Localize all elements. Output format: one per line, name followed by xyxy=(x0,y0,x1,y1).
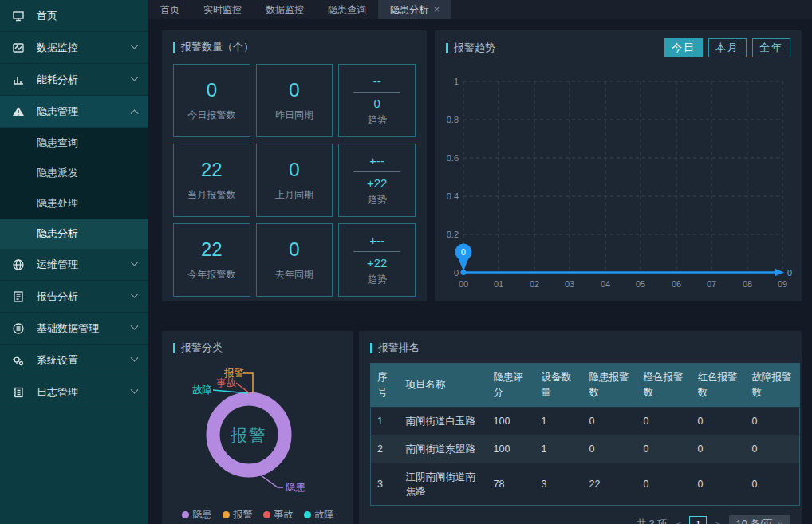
legend-item-alarm[interactable]: 报警 xyxy=(223,508,253,522)
legend-item-accident[interactable]: 事故 xyxy=(263,508,294,522)
page-size-select[interactable]: 10 条/页 ∨ xyxy=(729,515,790,524)
submenu-item-label: 隐患查询 xyxy=(37,136,78,150)
cell-fault-alarms: 0 xyxy=(746,435,800,463)
sidebar-item-label: 隐患管理 xyxy=(37,104,78,119)
trend-series-line xyxy=(461,269,785,277)
svg-text:0.2: 0.2 xyxy=(447,230,459,239)
svg-text:09: 09 xyxy=(778,279,787,289)
submenu-item-hazard-handle[interactable]: 隐患处理 xyxy=(0,188,148,219)
hazard-submenu: 隐患查询 隐患派发 隐患处理 隐患分析 xyxy=(0,128,148,249)
classification-donut-chart: 报警 事故 故障 隐患 报警 xyxy=(162,352,353,503)
range-button-month[interactable]: 本月 xyxy=(708,38,747,57)
column-header-devices: 设备数量 xyxy=(535,364,583,408)
cell-score: 100 xyxy=(487,435,535,463)
svg-text:02: 02 xyxy=(530,279,539,289)
chart-legend: 隐患 报警 事故 故障 xyxy=(162,508,353,522)
stat-card-yesterday: 0 昨日同期 xyxy=(256,64,333,137)
trend-top-value: +-- xyxy=(369,234,384,247)
legend-item-fault[interactable]: 故障 xyxy=(304,508,334,522)
cell-hazard-alarms: 0 xyxy=(583,435,637,463)
tab-data-monitor[interactable]: 数据监控 xyxy=(254,0,316,19)
data-point-marker[interactable]: 0 xyxy=(455,244,472,272)
close-icon[interactable]: × xyxy=(434,4,440,15)
cell-fault-alarms: 0 xyxy=(746,407,800,435)
column-header-red-alarms: 红色报警数 xyxy=(692,364,746,408)
svg-text:03: 03 xyxy=(565,279,574,289)
submenu-item-hazard-analysis[interactable]: 隐患分析 xyxy=(0,219,148,249)
pagination: 共 3 项 < 1 > 10 条/页 ∨ xyxy=(370,515,790,524)
cell-orange-alarms: 0 xyxy=(637,435,692,463)
chevron-down-icon xyxy=(131,322,139,330)
alarm-count-panel: 报警数量（个） 0 今日报警数 0 昨日同期 -- 0 趋势 22 当月报警数 xyxy=(162,30,427,301)
tab-label: 数据监控 xyxy=(266,3,304,17)
svg-text:07: 07 xyxy=(707,279,716,289)
cell-score: 100 xyxy=(487,407,535,435)
pagination-page-button[interactable]: 1 xyxy=(689,516,707,524)
svg-text:0.6: 0.6 xyxy=(447,153,459,163)
sidebar-item-energy-analysis[interactable]: 能耗分析 xyxy=(0,64,148,96)
submenu-item-label: 隐患派发 xyxy=(37,166,78,180)
cell-red-alarms: 0 xyxy=(692,435,746,463)
stat-value: 22 xyxy=(201,159,223,181)
legend-label: 隐患 xyxy=(193,508,212,522)
tab-home[interactable]: 首页 xyxy=(148,0,191,19)
tab-hazard-query[interactable]: 隐患查询 xyxy=(316,0,378,19)
legend-item-hazard[interactable]: 隐患 xyxy=(182,508,212,522)
tab-realtime-monitor[interactable]: 实时监控 xyxy=(191,0,254,19)
tab-hazard-analysis[interactable]: 隐患分析 × xyxy=(378,0,451,19)
legend-label: 故障 xyxy=(315,508,334,522)
bar-chart-icon xyxy=(11,73,25,86)
panel-title: 报警数量（个） xyxy=(162,30,427,54)
sidebar-item-ops-management[interactable]: 运维管理 xyxy=(0,249,148,281)
sidebar-item-home[interactable]: 首页 xyxy=(0,0,148,32)
tab-label: 实时监控 xyxy=(203,3,242,17)
pagination-next-icon[interactable]: > xyxy=(715,518,721,524)
trend-range-buttons: 今日 本月 全年 xyxy=(664,38,790,57)
svg-text:05: 05 xyxy=(636,279,645,289)
table-header-row: 序号 项目名称 隐患评分 设备数量 隐患报警数 橙色报警数 红色报警数 故障报警… xyxy=(371,364,800,408)
column-header-fault-alarms: 故障报警数 xyxy=(746,364,800,408)
sidebar-item-label: 基础数据管理 xyxy=(37,321,99,336)
marker-value: 0 xyxy=(461,247,466,257)
stat-value: 0 xyxy=(289,238,299,261)
legend-dot-icon xyxy=(263,511,270,518)
sidebar-item-data-monitor[interactable]: 数据监控 xyxy=(0,32,148,64)
alarm-classification-panel: 报警分类 报警 事故 故障 隐患 报警 隐患 报警 事故 xyxy=(162,331,353,524)
cell-index: 3 xyxy=(371,463,400,505)
legend-dot-icon xyxy=(304,511,311,518)
gear-icon xyxy=(11,353,25,367)
pagination-prev-icon[interactable]: < xyxy=(676,518,682,524)
table-row[interactable]: 3 江阴南闸街道南焦路 78 3 22 0 0 0 xyxy=(371,463,800,505)
cell-hazard-alarms: 0 xyxy=(583,407,637,435)
range-button-year[interactable]: 全年 xyxy=(752,38,790,57)
cell-devices: 1 xyxy=(535,435,583,463)
sidebar-item-system-settings[interactable]: 系统设置 xyxy=(0,345,148,376)
table-row[interactable]: 1 南闸街道白玉路 100 1 0 0 0 0 xyxy=(371,407,800,435)
submenu-item-hazard-dispatch[interactable]: 隐患派发 xyxy=(0,158,148,188)
sidebar-item-label: 首页 xyxy=(37,9,57,23)
stat-card-today: 0 今日报警数 xyxy=(173,64,250,137)
sidebar-item-label: 日志管理 xyxy=(37,385,78,400)
sidebar-item-report-analysis[interactable]: 报告分析 xyxy=(0,281,148,313)
sidebar-item-label: 能耗分析 xyxy=(37,73,78,87)
svg-text:00: 00 xyxy=(459,279,468,289)
donut-center-label: 报警 xyxy=(230,426,267,444)
table-row[interactable]: 2 南闸街道东盟路 100 1 0 0 0 0 xyxy=(371,435,800,463)
log-icon xyxy=(11,385,25,399)
chevron-down-icon xyxy=(131,73,139,81)
stat-label: 去年同期 xyxy=(275,268,313,282)
sidebar-item-base-data-management[interactable]: 基础数据管理 xyxy=(0,313,148,345)
submenu-item-label: 隐患处理 xyxy=(37,196,78,211)
submenu-item-hazard-query[interactable]: 隐患查询 xyxy=(0,128,148,158)
sidebar-item-hazard-management[interactable]: 隐患管理 xyxy=(0,96,148,128)
panel-title-text: 报警排名 xyxy=(378,341,420,355)
stat-card-day-trend: -- 0 趋势 xyxy=(338,64,416,137)
page-size-value: 10 条/页 xyxy=(736,518,773,524)
sidebar-item-log-management[interactable]: 日志管理 xyxy=(0,376,148,408)
cell-devices: 3 xyxy=(535,463,583,505)
column-header-index: 序号 xyxy=(371,364,400,408)
tab-label: 隐患分析 xyxy=(390,3,428,17)
chevron-down-icon: ∨ xyxy=(778,520,783,524)
svg-text:06: 06 xyxy=(672,279,681,289)
range-button-today[interactable]: 今日 xyxy=(664,38,703,57)
